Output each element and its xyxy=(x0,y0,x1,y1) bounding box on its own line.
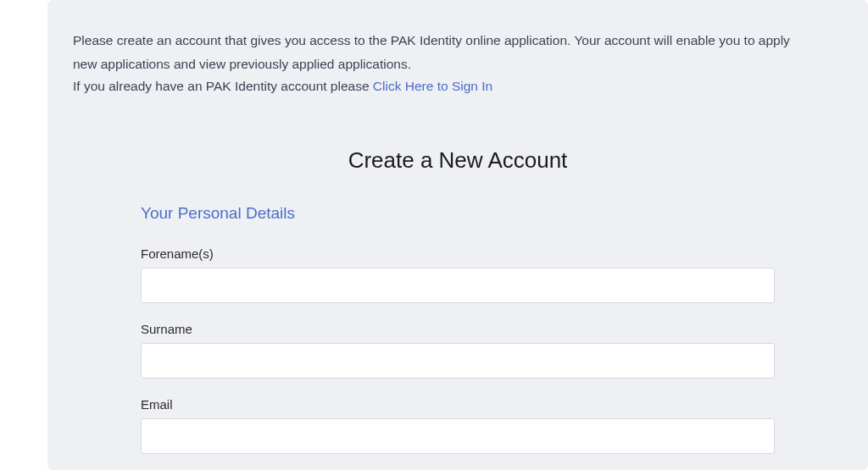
page-title: Create a New Account xyxy=(141,147,775,174)
signin-link[interactable]: Click Here to Sign In xyxy=(373,79,492,93)
forename-label: Forename(s) xyxy=(141,246,775,261)
form-group-surname: Surname xyxy=(141,322,775,379)
intro-line-1: Please create an account that gives you … xyxy=(73,30,843,51)
forename-input[interactable] xyxy=(141,268,775,303)
form-group-email: Email xyxy=(141,397,775,454)
section-header-personal-details: Your Personal Details xyxy=(141,204,775,223)
intro-line-3: If you already have an PAK Identity acco… xyxy=(73,76,843,97)
form-group-forename: Forename(s) xyxy=(141,246,775,303)
email-label: Email xyxy=(141,397,775,412)
intro-line-3-prefix: If you already have an PAK Identity acco… xyxy=(73,79,373,93)
registration-panel: Please create an account that gives you … xyxy=(47,0,868,470)
surname-input[interactable] xyxy=(141,343,775,379)
form-container: Create a New Account Your Personal Detai… xyxy=(73,147,843,470)
intro-line-2: new applications and view previously app… xyxy=(73,54,843,75)
email-input[interactable] xyxy=(141,418,775,454)
surname-label: Surname xyxy=(141,322,775,336)
